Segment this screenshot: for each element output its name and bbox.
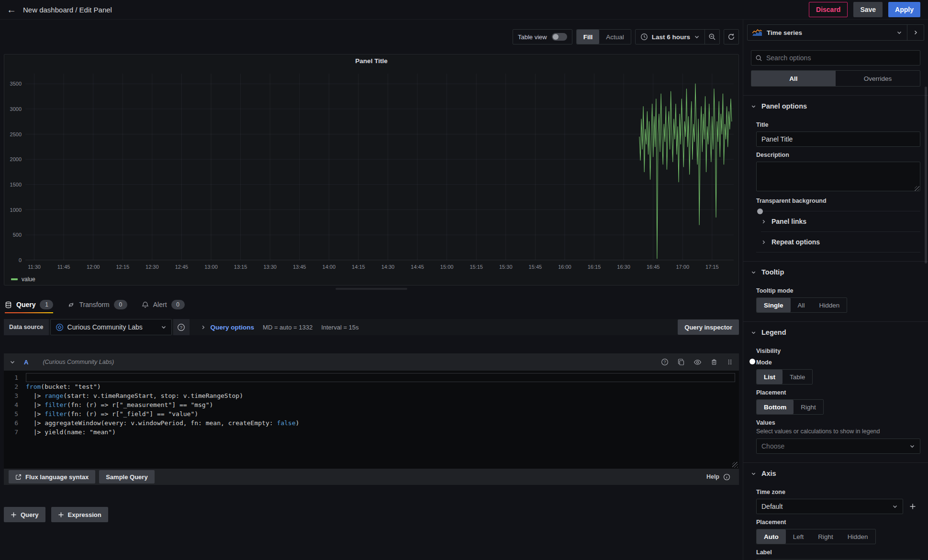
repeat-options-collapse[interactable]: Repeat options	[761, 231, 920, 252]
panel-resize-handle[interactable]	[335, 288, 407, 290]
chevron-down-icon	[896, 30, 902, 35]
section-panel-options-header[interactable]: Panel options	[743, 96, 928, 117]
collapse-sidebar-button[interactable]	[907, 25, 924, 40]
discard-button[interactable]: Discard	[809, 2, 848, 17]
query-ref-id[interactable]: A	[24, 359, 28, 366]
duplicate-query-icon[interactable]	[677, 358, 685, 366]
back-arrow-icon[interactable]: ←	[7, 5, 16, 14]
tab-alert[interactable]: Alert 0	[142, 296, 185, 313]
axis-placement-auto[interactable]: Auto	[757, 529, 786, 544]
filter-tab-overrides[interactable]: Overrides	[836, 71, 920, 86]
panel-links-collapse[interactable]: Panel links	[761, 211, 920, 231]
flux-code-editor[interactable]: 12from(bucket: "test")3 |> range(start: …	[4, 371, 739, 469]
tooltip-mode-single[interactable]: Single	[757, 298, 791, 312]
query-options-toggle[interactable]: Query options	[201, 324, 255, 331]
datasource-name: Curious Community Labs	[67, 323, 157, 331]
time-series-chart[interactable]: 050010001500200025003000350011:3011:4512…	[4, 67, 738, 274]
legend-placement-bottom[interactable]: Bottom	[757, 400, 794, 414]
axis-placement-right[interactable]: Right	[811, 529, 840, 544]
visualization-picker[interactable]: Time series	[748, 25, 907, 40]
legend-series-swatch[interactable]	[11, 278, 18, 280]
code-line[interactable]: 2from(bucket: "test")	[4, 382, 739, 391]
section-legend-header[interactable]: Legend	[743, 322, 928, 343]
options-filter-tabs: All Overrides	[751, 70, 920, 87]
svg-text:3500: 3500	[10, 81, 22, 87]
fit-actual-option[interactable]: Actual	[599, 30, 631, 44]
section-axis-header[interactable]: Axis	[743, 463, 928, 484]
panel-preview: Panel Title 0500100015002000250030003500…	[4, 54, 739, 285]
datasource-picker[interactable]: Curious Community Labs	[50, 319, 172, 335]
code-line[interactable]: 1	[4, 373, 739, 382]
visualization-type-label: Time series	[767, 29, 892, 36]
time-range-group: Last 6 hours	[635, 29, 720, 44]
legend-mode-list[interactable]: List	[757, 370, 783, 384]
delete-query-trash-icon[interactable]	[710, 358, 718, 366]
time-range-picker[interactable]: Last 6 hours	[636, 30, 704, 44]
add-timezone-button[interactable]	[905, 499, 920, 514]
section-panel-options: Panel options Title Description Transpar…	[743, 95, 928, 261]
drag-handle-icon[interactable]	[727, 359, 733, 365]
code-line-content: |> aggregateWindow(every: v.windowPeriod…	[26, 418, 735, 428]
legend-values-select[interactable]: Choose	[756, 439, 920, 454]
axis-placement-group: Auto Left Right Hidden	[756, 529, 876, 544]
bell-icon	[142, 301, 149, 308]
panel-title-input[interactable]	[756, 132, 920, 147]
add-query-button[interactable]: Query	[4, 507, 45, 522]
textarea-resize-handle[interactable]	[915, 186, 919, 191]
tooltip-mode-all[interactable]: All	[791, 298, 812, 312]
legend-mode-table[interactable]: Table	[783, 370, 812, 384]
datasource-row: Data source Curious Community Labs ?	[4, 319, 739, 335]
svg-text:12:00: 12:00	[87, 264, 100, 270]
table-view-toggle[interactable]	[552, 33, 567, 41]
section-tooltip-header[interactable]: Tooltip	[743, 262, 928, 283]
legend-series-label[interactable]: value	[22, 276, 35, 283]
tab-transform[interactable]: Transform 0	[67, 296, 127, 313]
code-line[interactable]: 4 |> filter(fn: (r) => r["_measurement"]…	[4, 400, 739, 409]
chart-legend: value	[4, 274, 738, 285]
interval-stat: Interval = 15s	[321, 324, 358, 331]
legend-placement-right[interactable]: Right	[794, 400, 823, 414]
code-line[interactable]: 3 |> range(start: v.timeRangeStart, stop…	[4, 391, 739, 400]
hide-query-eye-icon[interactable]	[693, 358, 702, 366]
sidebar-scrollbar-thumb[interactable]	[925, 87, 927, 264]
code-line[interactable]: 6 |> aggregateWindow(every: v.windowPeri…	[4, 418, 739, 428]
tab-alert-label: Alert	[153, 301, 167, 308]
query-help-icon[interactable]: ?	[661, 358, 669, 366]
editor-resize-handle[interactable]	[732, 462, 738, 468]
help-button[interactable]: Help	[706, 473, 734, 481]
zoom-out-icon[interactable]	[705, 30, 719, 44]
tab-transform-label: Transform	[79, 301, 109, 308]
axis-placement-hidden[interactable]: Hidden	[840, 529, 875, 544]
svg-text:15:15: 15:15	[470, 264, 483, 270]
svg-text:15:30: 15:30	[499, 264, 513, 270]
timezone-select[interactable]: Default	[756, 499, 903, 514]
fit-fill-option[interactable]: Fill	[577, 30, 600, 44]
collapse-query-icon[interactable]	[10, 359, 15, 365]
query-inspector-button[interactable]: Query inspector	[678, 319, 739, 335]
svg-text:11:30: 11:30	[28, 264, 41, 270]
code-line[interactable]: 7 |> yield(name: "mean")	[4, 428, 739, 437]
flux-syntax-button[interactable]: Flux language syntax	[9, 470, 95, 483]
refresh-icon[interactable]	[724, 30, 738, 44]
add-expression-button[interactable]: Expression	[51, 507, 108, 522]
legend-mode-group: List Table	[756, 369, 813, 384]
search-options-input[interactable]	[765, 54, 916, 62]
save-button[interactable]: Save	[853, 2, 883, 17]
svg-text:14:00: 14:00	[323, 264, 336, 270]
svg-text:2000: 2000	[10, 156, 22, 162]
code-line[interactable]: 5 |> filter(fn: (r) => r["_field"] == "v…	[4, 409, 739, 418]
panel-description-textarea[interactable]	[756, 162, 920, 191]
tab-query[interactable]: Query 1	[5, 296, 53, 313]
max-datapoints-stat: MD = auto = 1332	[263, 324, 313, 331]
svg-text:16:00: 16:00	[558, 264, 571, 270]
legend-visibility-label: Visibility	[756, 348, 920, 354]
sample-query-button[interactable]: Sample Query	[99, 470, 154, 483]
legend-placement-label: Placement	[756, 389, 920, 396]
axis-placement-left[interactable]: Left	[786, 529, 811, 544]
chevron-down-icon	[694, 34, 700, 40]
filter-tab-all[interactable]: All	[751, 71, 836, 86]
tooltip-mode-hidden[interactable]: Hidden	[812, 298, 847, 312]
apply-button[interactable]: Apply	[888, 2, 920, 17]
chevron-down-icon	[751, 471, 756, 476]
datasource-help-button[interactable]: ?	[173, 319, 190, 335]
